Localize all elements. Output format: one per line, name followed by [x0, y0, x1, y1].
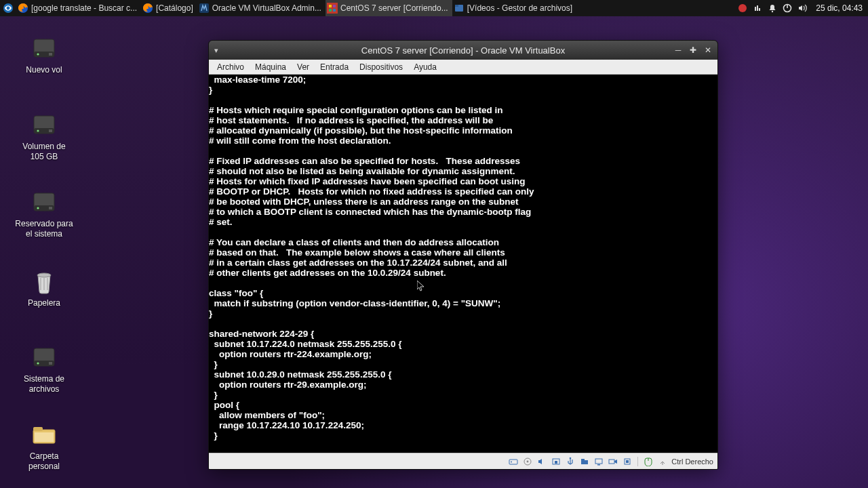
svg-point-13: [772, 11, 773, 12]
hdd-icon: [30, 343, 58, 371]
menu-dispositivos[interactable]: Dispositivos: [354, 61, 408, 73]
hdd-icon: [30, 110, 58, 139]
shared-folders-icon[interactable]: [579, 456, 590, 467]
vm-titlebar[interactable]: ▾ CentOS 7 server [Corriendo] - Oracle V…: [209, 41, 717, 60]
vm-statusbar: Ctrl Derecho: [209, 453, 717, 469]
svg-point-39: [527, 460, 529, 462]
network-adapter-icon[interactable]: [551, 456, 561, 467]
firefox-icon: [142, 3, 153, 14]
svg-rect-34: [33, 427, 43, 431]
minimize-button[interactable]: ─: [671, 43, 685, 57]
svg-point-37: [511, 461, 512, 462]
desktop-icon-label: Volumen de105 GB: [22, 142, 65, 162]
task-label: [google translate - Buscar c...: [31, 3, 137, 13]
task-label: [Vídeos - Gestor de archivos]: [467, 3, 572, 13]
menu-entrada[interactable]: Entrada: [315, 61, 354, 73]
network-icon[interactable]: [752, 3, 763, 14]
svg-rect-7: [333, 5, 336, 7]
keyboard-icon[interactable]: [657, 456, 668, 467]
host-key-label: Ctrl Derecho: [671, 458, 713, 466]
task-label: CentOS 7 server [Corriendo...: [340, 3, 448, 13]
svg-point-31: [37, 362, 39, 364]
system-tray: 25 dic, 04:43: [732, 3, 868, 14]
hdd-icon: [30, 188, 58, 216]
top-panel: [google translate - Buscar c...[Catálogo…: [0, 0, 868, 16]
desktop-icon-label: Sistema dearchivos: [24, 374, 64, 394]
task-label: Oracle VM VirtualBox Admin...: [212, 3, 321, 13]
panel-clock[interactable]: 25 dic, 04:43: [816, 3, 863, 13]
notifications-icon[interactable]: [767, 3, 778, 14]
svg-rect-9: [333, 9, 336, 12]
vm-title: CentOS 7 server [Corriendo] - Oracle VM …: [209, 45, 717, 56]
svg-rect-46: [597, 464, 600, 466]
svg-rect-49: [626, 460, 629, 463]
hdd-icon: [30, 34, 58, 62]
power-icon[interactable]: [782, 3, 793, 14]
recording-icon[interactable]: [608, 456, 618, 467]
svg-rect-5: [327, 3, 338, 14]
menu-ayuda[interactable]: Ayuda: [408, 61, 442, 73]
virtualbox-vm-window: ▾ CentOS 7 server [Corriendo] - Oracle V…: [208, 40, 718, 470]
xfce-menu-icon[interactable]: [1, 1, 16, 16]
svg-point-26: [37, 207, 39, 209]
task-virtualbox-admin[interactable]: Oracle VM VirtualBox Admin...: [197, 0, 326, 16]
menu-ver[interactable]: Ver: [292, 61, 315, 73]
svg-rect-45: [595, 459, 602, 464]
svg-rect-44: [581, 459, 585, 460]
vbox-icon: [199, 3, 210, 14]
svg-point-28: [37, 273, 51, 277]
desktop-icon-nuevo-vol[interactable]: Nuevo vol: [12, 34, 77, 75]
svg-point-42: [570, 457, 572, 459]
cpu-icon[interactable]: [622, 456, 633, 467]
menu-archivo[interactable]: Archivo: [212, 61, 250, 73]
desktop-icon-label: Reservado parael sistema: [15, 219, 73, 239]
svg-rect-15: [787, 4, 788, 8]
firefox-icon: [18, 3, 28, 14]
window-menu-icon[interactable]: ▾: [209, 46, 224, 55]
svg-rect-32: [49, 362, 52, 365]
desktop-icon-label: Papelera: [28, 298, 60, 308]
svg-point-1: [7, 7, 10, 10]
svg-rect-41: [555, 461, 557, 464]
svg-rect-19: [49, 53, 52, 56]
menu-máquina[interactable]: Máquina: [250, 61, 292, 73]
task-label: [Catálogo]: [156, 3, 193, 13]
desktop-icon-volumen-105gb[interactable]: Volumen de105 GB: [12, 110, 77, 162]
task-firefox-catalog[interactable]: [Catálogo]: [141, 0, 197, 16]
volume-icon[interactable]: [797, 3, 808, 14]
close-button[interactable]: ✕: [701, 43, 715, 57]
svg-rect-27: [49, 207, 52, 209]
task-centos-vm[interactable]: CentOS 7 server [Corriendo...: [326, 0, 452, 16]
svg-rect-35: [35, 432, 54, 442]
svg-rect-43: [581, 460, 588, 464]
svg-point-22: [37, 129, 39, 131]
svg-rect-11: [455, 5, 458, 7]
task-videos-fm[interactable]: [Vídeos - Gestor de archivos]: [452, 0, 576, 16]
desktop-icon-carpeta-personal[interactable]: Carpetapersonal: [12, 420, 77, 472]
svg-rect-8: [329, 9, 332, 12]
record-icon[interactable]: [737, 3, 748, 14]
desktop-icon-label: Carpetapersonal: [28, 451, 60, 472]
svg-point-18: [37, 53, 39, 55]
svg-rect-36: [509, 460, 517, 464]
vm-menubar: ArchivoMáquinaVerEntradaDispositivosAyud…: [209, 60, 717, 75]
trash-icon: [30, 267, 58, 296]
vm-terminal[interactable]: max-lease-time 7200; } # Hosts which req…: [209, 75, 717, 453]
mouse-integration-icon[interactable]: [643, 456, 654, 467]
desktop-icon-papelera[interactable]: Papelera: [12, 267, 77, 308]
svg-rect-6: [329, 5, 332, 7]
svg-point-12: [738, 4, 747, 12]
maximize-button[interactable]: ✚: [686, 43, 700, 57]
display-icon[interactable]: [593, 456, 604, 467]
desktop-icon-reservado-sistema[interactable]: Reservado parael sistema: [12, 188, 77, 239]
desktop-icon-label: Nuevo vol: [26, 65, 62, 75]
desktop-icon-sistema-archivos[interactable]: Sistema dearchivos: [12, 343, 77, 394]
centos-icon: [327, 3, 338, 14]
task-firefox-search[interactable]: [google translate - Buscar c...: [16, 0, 141, 16]
hdd-icon[interactable]: [508, 456, 519, 467]
svg-rect-23: [49, 129, 52, 132]
files-icon: [454, 3, 465, 14]
audio-icon[interactable]: [536, 456, 547, 467]
usb-icon[interactable]: [565, 456, 576, 467]
optical-icon[interactable]: [522, 456, 533, 467]
